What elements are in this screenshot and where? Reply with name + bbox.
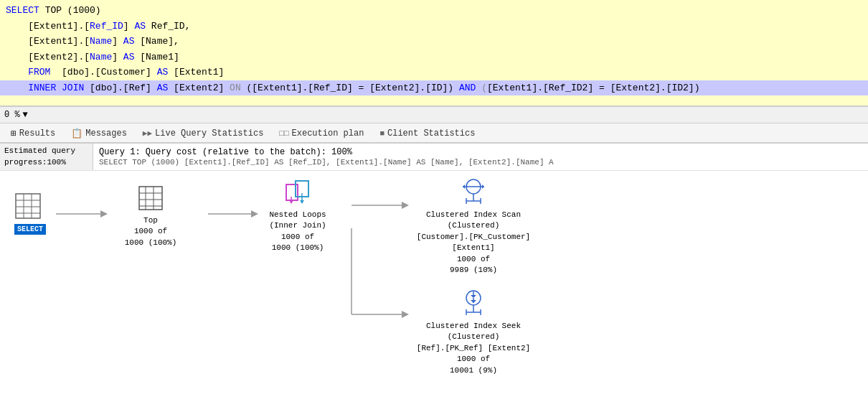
- svg-rect-9: [16, 194, 40, 218]
- live-query-icon: ▶▶: [143, 128, 152, 138]
- sql-line-5: FROM [dbo].[Customer] AS [Extent1]: [0, 65, 868, 80]
- clustered-seek-line3: 10001 (9%): [402, 365, 545, 376]
- select-badge: SELECT: [14, 224, 46, 235]
- svg-marker-33: [463, 184, 465, 189]
- sql-line-4: [Extent2].[Name] AS [Name1]: [0, 50, 868, 65]
- zoom-control[interactable]: 0 % ▼: [4, 110, 28, 120]
- zoom-dropdown-icon[interactable]: ▼: [23, 110, 28, 120]
- svg-marker-41: [471, 295, 476, 298]
- tab-client-stats-label: Client Statistics: [387, 128, 475, 139]
- clustered-scan-label: Clustered Index Scan (Clustered) [Custom…: [402, 210, 545, 276]
- clustered-scan-node: Clustered Index Scan (Clustered) [Custom…: [402, 178, 545, 276]
- clustered-scan-icon: [459, 178, 488, 207]
- sql-line-6: INNER JOIN [dbo].[Ref] AS [Extent2] ON (…: [0, 80, 868, 96]
- execution-plan-icon: □□: [279, 129, 288, 138]
- execution-plan-area[interactable]: SELECT Top 1000 of 1000 (100%): [0, 171, 868, 407]
- tab-messages-label: Messages: [85, 128, 127, 139]
- tab-client-stats[interactable]: ■ Client Statistics: [372, 123, 483, 142]
- clustered-scan-line3: 9989 (10%): [402, 265, 545, 276]
- clustered-seek-line1: [Ref].[PK_Ref] [Extent2]: [402, 343, 545, 354]
- clustered-seek-title: Clustered Index Seek (Clustered): [402, 321, 545, 343]
- clustered-seek-line2: 1000 of: [402, 354, 545, 365]
- tab-execution-label: Execution plan: [292, 128, 364, 139]
- nested-loops-title: Nested Loops: [269, 210, 326, 220]
- select-node: SELECT: [14, 192, 46, 235]
- nested-loops-label: Nested Loops (Inner Join) 1000 of 1000 (…: [269, 210, 326, 254]
- clustered-scan-line1: [Customer].[PK_Customer] [Extent1]: [402, 232, 545, 254]
- nested-loops-icon: [283, 178, 312, 207]
- query-cost-text: Query 1: Query cost (relative to the bat…: [99, 147, 554, 157]
- results-icon: ⊞: [11, 128, 16, 139]
- status-bar: 0 % ▼: [0, 106, 868, 123]
- sql-line-2: [Extent1].[Ref_ID] AS Ref_ID,: [0, 19, 868, 34]
- nested-loops-node: Nested Loops (Inner Join) 1000 of 1000 (…: [251, 178, 344, 254]
- svg-marker-24: [289, 200, 293, 204]
- query-info-right: Query 1: Query cost (relative to the bat…: [93, 144, 868, 170]
- sql-line-3: [Extent1].[Name] AS [Name],: [0, 34, 868, 50]
- plan-container: SELECT Top 1000 of 1000 (100%): [0, 171, 861, 407]
- top-icon: [136, 184, 165, 212]
- messages-icon: 📋: [71, 128, 82, 139]
- query-sql-preview: SELECT TOP (1000) [Extent1].[Ref_ID] AS …: [99, 158, 554, 167]
- tab-messages[interactable]: 📋 Messages: [63, 123, 135, 142]
- tabs-bar: ⊞ Results 📋 Messages ▶▶ Live Query Stati…: [0, 123, 868, 144]
- select-grid-icon: [14, 192, 42, 223]
- tab-results[interactable]: ⊞ Results: [3, 123, 63, 142]
- nested-loops-line2: 1000 (100%): [269, 243, 326, 253]
- query-info-bar: Estimated query progress:100% Query 1: Q…: [0, 144, 868, 171]
- top-line1: 1000 of: [125, 226, 177, 237]
- clustered-scan-line2: 1000 of: [402, 254, 545, 265]
- clustered-seek-icon: [459, 289, 488, 318]
- zoom-label: 0 %: [4, 110, 20, 120]
- top-line2: 1000 (100%): [125, 238, 177, 248]
- nested-loops-line1: 1000 of: [269, 232, 326, 243]
- query-info-line1: Estimated query: [4, 146, 88, 156]
- clustered-seek-label: Clustered Index Seek (Clustered) [Ref].[…: [402, 321, 545, 376]
- svg-marker-34: [482, 184, 484, 189]
- tab-results-label: Results: [19, 128, 55, 139]
- top-label: Top 1000 of 1000 (100%): [125, 215, 177, 248]
- sql-editor[interactable]: SELECT TOP (1000) [Extent1].[Ref_ID] AS …: [0, 0, 868, 106]
- clustered-seek-node: Clustered Index Seek (Clustered) [Ref].[…: [402, 289, 545, 376]
- top-title: Top: [125, 215, 177, 226]
- query-info-line2: progress:100%: [4, 157, 88, 168]
- query-info-left: Estimated query progress:100%: [0, 144, 93, 170]
- clustered-scan-title: Clustered Index Scan (Clustered): [402, 210, 545, 232]
- tab-live-label: Live Query Statistics: [155, 128, 263, 139]
- tab-live-query[interactable]: ▶▶ Live Query Statistics: [135, 123, 271, 142]
- sql-line-1: SELECT TOP (1000): [0, 3, 868, 19]
- svg-marker-43: [471, 300, 476, 303]
- top-node: Top 1000 of 1000 (100%): [100, 184, 201, 248]
- tab-execution-plan[interactable]: □□ Execution plan: [271, 123, 372, 142]
- nested-loops-subtitle: (Inner Join): [269, 220, 326, 231]
- client-stats-icon: ■: [379, 129, 385, 138]
- svg-marker-26: [300, 200, 304, 204]
